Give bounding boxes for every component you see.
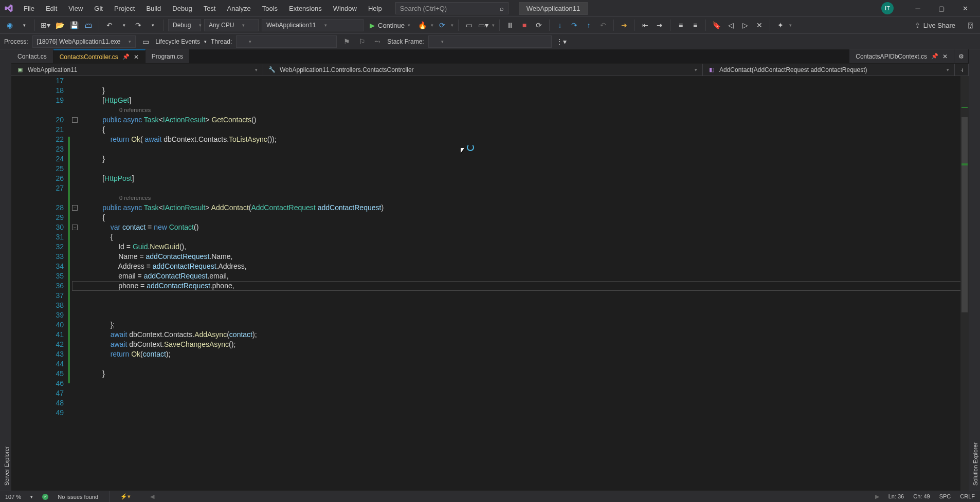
feedback-icon[interactable]: ⍰ bbox=[965, 20, 976, 31]
hot-reload-icon[interactable]: 🔥 bbox=[416, 20, 428, 31]
line-ending[interactable]: CRLF bbox=[960, 493, 975, 500]
editor-area[interactable]: −−− 171819202122232425262728293031323334… bbox=[11, 76, 969, 493]
overflow-icon[interactable]: ⋮▾ bbox=[556, 36, 567, 47]
member-nav-combo[interactable]: ◧ AddContact(AddContactRequest addContac… bbox=[703, 64, 955, 76]
code-editor[interactable]: } [HttpGet]0 references public async Tas… bbox=[72, 76, 969, 493]
nav-back-icon[interactable]: ◉ bbox=[4, 20, 15, 31]
tab-contactscontroller-cs[interactable]: ContactsController.cs📌✕ bbox=[53, 49, 146, 63]
thread-combo[interactable]: ▾ bbox=[236, 35, 337, 48]
menu-analyze[interactable]: Analyze bbox=[222, 3, 256, 14]
step-out-icon[interactable]: ↑ bbox=[583, 20, 594, 31]
codelens-references[interactable]: 0 references bbox=[86, 105, 969, 115]
indent-less-icon[interactable]: ⇤ bbox=[640, 20, 651, 31]
indent-mode[interactable]: SPC bbox=[939, 493, 951, 500]
tab-program-cs[interactable]: Program.cs bbox=[146, 49, 190, 63]
status-bar: 107 %▾ ✓ No issues found ⚡▾ ◀ ▶ Ln: 36 C… bbox=[0, 491, 980, 502]
undo-dropdown[interactable]: ▾ bbox=[118, 20, 130, 31]
pin-icon[interactable]: 📌 bbox=[122, 53, 130, 60]
tab-label: ContactsAPIDbContext.cs bbox=[856, 53, 927, 60]
thread-label: Thread: bbox=[211, 38, 232, 45]
csharp-project-icon: ▣ bbox=[16, 66, 24, 73]
save-icon[interactable]: 💾 bbox=[68, 20, 80, 31]
split-editor-button[interactable]: ⫞ bbox=[955, 64, 969, 76]
intellicode-icon[interactable]: ✦ bbox=[775, 20, 786, 31]
class-nav-combo[interactable]: 🔧 WebApplication11.Controllers.ContactsC… bbox=[263, 64, 703, 76]
redo-dropdown[interactable]: ▾ bbox=[147, 20, 158, 31]
step-back-icon[interactable]: ↶ bbox=[597, 20, 609, 31]
editor-scrollbar[interactable] bbox=[960, 76, 969, 493]
menu-window[interactable]: Window bbox=[328, 3, 362, 14]
project-nav-combo[interactable]: ▣ WebApplication11▾ bbox=[11, 64, 263, 76]
process-combo[interactable]: [18076] WebApplication11.exe▾ bbox=[32, 35, 136, 48]
new-item-icon[interactable]: ⊞▾ bbox=[40, 20, 51, 31]
save-all-icon[interactable]: 🗃 bbox=[83, 20, 94, 31]
server-explorer-tab[interactable]: Server Explorer bbox=[2, 53, 11, 489]
redo-icon[interactable]: ↷ bbox=[133, 20, 144, 31]
lifecycle-icon[interactable]: ▭ bbox=[140, 36, 151, 47]
menu-project[interactable]: Project bbox=[109, 3, 140, 14]
vs-logo-icon bbox=[3, 3, 14, 14]
menu-file[interactable]: File bbox=[19, 3, 40, 14]
hscroll-right-icon[interactable]: ▶ bbox=[875, 493, 879, 500]
caret-line[interactable]: Ln: 36 bbox=[888, 493, 904, 500]
menu-extensions[interactable]: Extensions bbox=[284, 3, 327, 14]
stackframe-label: Stack Frame: bbox=[387, 38, 424, 45]
menu-git[interactable]: Git bbox=[89, 3, 108, 14]
caret-col[interactable]: Ch: 49 bbox=[913, 493, 930, 500]
pin-icon[interactable]: 📌 bbox=[931, 53, 938, 60]
issues-status[interactable]: No issues found bbox=[58, 494, 98, 500]
bookmark-next-icon[interactable]: ▷ bbox=[739, 20, 751, 31]
nav-fwd-dropdown[interactable]: ▾ bbox=[19, 20, 30, 31]
thread-icon[interactable]: ⤳ bbox=[372, 36, 383, 47]
show-next-statement-icon[interactable]: ➜ bbox=[619, 20, 630, 31]
close-button[interactable]: ✕ bbox=[953, 0, 977, 16]
search-box[interactable]: Search (Ctrl+Q) ⌕ bbox=[395, 2, 509, 14]
startup-project-combo[interactable]: WebApplication11▾ bbox=[262, 19, 364, 31]
flag-icon[interactable]: ⚑ bbox=[341, 36, 352, 47]
tab-overflow-gear[interactable]: ⚙ bbox=[954, 49, 969, 63]
solution-explorer-tab[interactable]: Solution Explorer bbox=[971, 53, 980, 489]
menu-help[interactable]: Help bbox=[363, 3, 387, 14]
undo-icon[interactable]: ↶ bbox=[104, 20, 115, 31]
user-avatar[interactable]: IT bbox=[881, 2, 894, 14]
zoom-level[interactable]: 107 % bbox=[5, 494, 21, 500]
bookmark-clear-icon[interactable]: ✕ bbox=[754, 20, 765, 31]
live-share-button[interactable]: ⇪ Live Share bbox=[915, 22, 955, 29]
issues-ok-icon: ✓ bbox=[42, 494, 48, 500]
menu-edit[interactable]: Edit bbox=[41, 3, 62, 14]
bookmark-icon[interactable]: 🔖 bbox=[711, 20, 722, 31]
comment-icon[interactable]: ≡ bbox=[675, 20, 686, 31]
flag-off-icon[interactable]: ⚐ bbox=[356, 36, 368, 47]
menu-test[interactable]: Test bbox=[198, 3, 221, 14]
uncomment-icon[interactable]: ≡ bbox=[689, 20, 701, 31]
stop-debug-icon[interactable]: ■ bbox=[519, 20, 530, 31]
minimize-button[interactable]: ─ bbox=[906, 0, 930, 16]
platform-combo[interactable]: Any CPU▾ bbox=[204, 19, 259, 31]
restart-debug-icon[interactable]: ⟳ bbox=[533, 20, 545, 31]
configuration-combo[interactable]: Debug▾ bbox=[168, 19, 201, 31]
menu-build[interactable]: Build bbox=[141, 3, 166, 14]
continue-button[interactable]: ▶Continue▾ bbox=[367, 22, 413, 29]
method-icon: ◧ bbox=[708, 66, 715, 73]
stackframe-combo[interactable]: ▾ bbox=[428, 35, 552, 48]
menu-view[interactable]: View bbox=[63, 3, 88, 14]
browser-link-icon[interactable]: ▭ bbox=[463, 20, 475, 31]
indent-more-icon[interactable]: ⇥ bbox=[654, 20, 665, 31]
browser-link2-icon[interactable]: ▭▾ bbox=[478, 20, 489, 31]
close-tab-icon[interactable]: ✕ bbox=[942, 53, 948, 60]
bookmark-prev-icon[interactable]: ◁ bbox=[725, 20, 736, 31]
restart-icon[interactable]: ⟳ bbox=[437, 20, 448, 31]
hscroll-left-icon[interactable]: ◀ bbox=[150, 493, 154, 500]
codelens-references[interactable]: 0 references bbox=[86, 193, 969, 203]
break-all-icon[interactable]: ⏸ bbox=[504, 20, 516, 31]
menu-tools[interactable]: Tools bbox=[257, 3, 283, 14]
close-tab-icon[interactable]: ✕ bbox=[134, 53, 139, 61]
open-file-icon[interactable]: 📂 bbox=[54, 20, 65, 31]
step-over-icon[interactable]: ↷ bbox=[569, 20, 580, 31]
lightbulb-icon[interactable]: ⚡▾ bbox=[120, 493, 131, 500]
tab-contact-cs[interactable]: Contact.cs bbox=[11, 49, 53, 63]
menu-debug[interactable]: Debug bbox=[167, 3, 197, 14]
maximize-button[interactable]: ▢ bbox=[930, 0, 953, 16]
step-into-icon[interactable]: ↓ bbox=[554, 20, 566, 31]
tab-contactsapidbcontext-cs[interactable]: ContactsAPIDbContext.cs📌✕ bbox=[849, 49, 954, 63]
